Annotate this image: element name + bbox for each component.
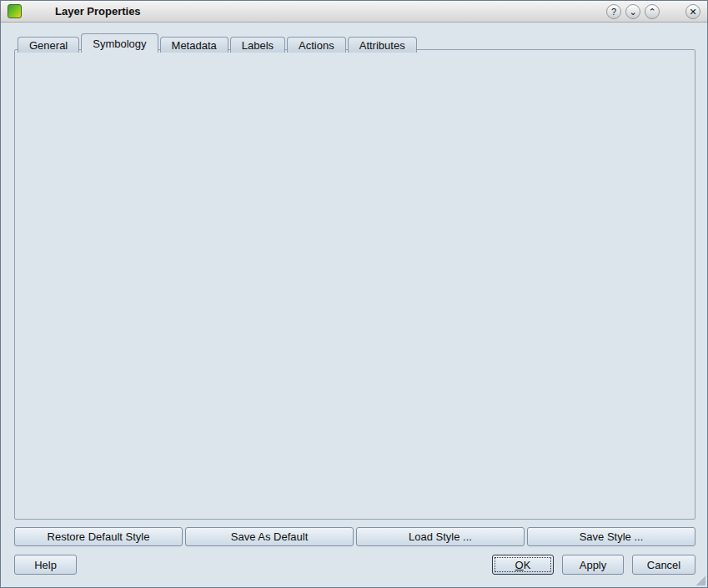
tab-metadata[interactable]: Metadata bbox=[160, 37, 228, 53]
tab-actions[interactable]: Actions bbox=[287, 37, 346, 53]
shade-down-button[interactable]: ⌄ bbox=[625, 4, 640, 19]
shade-up-button[interactable]: ⌃ bbox=[645, 4, 660, 19]
help-button[interactable]: ? bbox=[606, 4, 621, 19]
tab-pane bbox=[14, 49, 695, 520]
ok-button[interactable]: OK bbox=[492, 555, 554, 575]
resize-grip[interactable] bbox=[695, 575, 705, 585]
window-title: Layer Properties bbox=[55, 5, 141, 18]
help-button[interactable]: Help bbox=[14, 555, 77, 575]
layer-properties-dialog: Layer Properties ?⌄⌃✕ GeneralSymbologyMe… bbox=[0, 0, 708, 588]
tab-general[interactable]: General bbox=[18, 37, 79, 53]
titlebar[interactable]: Layer Properties ?⌄⌃✕ bbox=[1, 1, 707, 23]
tab-symbology[interactable]: Symbology bbox=[81, 33, 158, 53]
cancel-button[interactable]: Cancel bbox=[632, 555, 695, 575]
titlebar-controls: ?⌄⌃✕ bbox=[606, 4, 700, 19]
restore-default-style-button[interactable]: Restore Default Style bbox=[14, 527, 183, 546]
tab-bar: GeneralSymbologyMetadataLabelsActionsAtt… bbox=[18, 33, 419, 53]
apply-button[interactable]: Apply bbox=[562, 555, 624, 575]
save-style-button[interactable]: Save Style ... bbox=[527, 527, 695, 546]
style-buttons: Restore Default StyleSave As DefaultLoad… bbox=[14, 527, 695, 546]
load-style-button[interactable]: Load Style ... bbox=[356, 527, 525, 546]
save-as-default-button[interactable]: Save As Default bbox=[185, 527, 354, 546]
tab-labels[interactable]: Labels bbox=[230, 37, 285, 53]
close-button[interactable]: ✕ bbox=[685, 4, 700, 19]
app-icon bbox=[8, 4, 22, 18]
tab-attributes[interactable]: Attributes bbox=[348, 37, 417, 53]
